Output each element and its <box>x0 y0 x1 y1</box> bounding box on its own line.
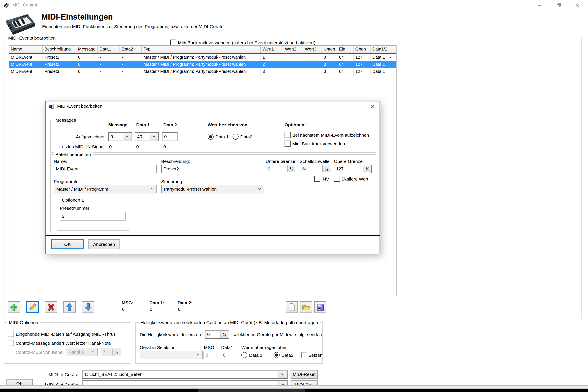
move-up-button[interactable] <box>63 301 76 313</box>
close-button[interactable] <box>569 0 586 11</box>
werte-data2-radio[interactable] <box>274 352 280 358</box>
column-header[interactable]: Oben <box>354 46 370 53</box>
werte-data1-radio[interactable] <box>241 352 247 358</box>
untere-grenze-spinner[interactable]: 0 <box>266 164 296 173</box>
data1-value: 0 <box>150 306 152 312</box>
control-message-checkbox[interactable] <box>8 340 14 346</box>
column-header[interactable]: Beschreibung <box>43 46 76 53</box>
midi-in-select[interactable]: 1: Licht_BEAT,2: Licht_Befehl <box>82 370 288 379</box>
brightness-data1-field[interactable]: 0 <box>221 351 235 359</box>
move-down-button[interactable] <box>82 301 94 313</box>
minimize-button[interactable] <box>531 0 548 11</box>
table-cell: 127 <box>354 68 370 75</box>
chevron-down-icon[interactable] <box>123 133 131 140</box>
obere-grenze-spinner[interactable]: 127 <box>334 164 372 173</box>
inv-checkbox[interactable] <box>314 176 320 182</box>
chevron-down-icon[interactable] <box>257 186 262 192</box>
skaliere-checkbox[interactable] <box>334 176 340 182</box>
column-header[interactable]: Wert2 <box>283 46 303 53</box>
presetnummer-field[interactable]: 2 <box>60 212 126 220</box>
schaltschwelle-spinner[interactable]: 64 <box>300 164 332 173</box>
chevron-down-icon[interactable] <box>278 371 287 378</box>
setzen-checkbox[interactable] <box>301 352 307 358</box>
midi-backtrack-checkbox[interactable] <box>170 40 176 46</box>
midi-thru-checkbox[interactable] <box>8 331 14 337</box>
msg-label: MSG: <box>122 300 134 306</box>
recorded-data1-select[interactable]: 40 <box>135 132 158 141</box>
chevron-down-icon[interactable] <box>150 133 158 140</box>
brightness-count-spinner[interactable]: 0 <box>205 330 229 339</box>
edit-event-button[interactable] <box>26 301 39 313</box>
presetnummer-label: Presetnummer: <box>60 206 91 211</box>
new-file-button[interactable] <box>286 301 298 313</box>
recorded-message-select[interactable]: 0 <box>108 132 132 141</box>
table-cell: 0 <box>76 61 98 68</box>
table-cell: Preset1 <box>43 54 76 60</box>
table-cell: 64 <box>338 68 354 75</box>
wert-data2-radio[interactable] <box>232 134 238 140</box>
brightness-suffix-label: selektierten Geräte per Midi wie folgt s… <box>232 332 323 338</box>
column-header[interactable]: Name <box>9 46 43 53</box>
delete-event-button[interactable] <box>45 301 57 313</box>
table-body[interactable]: MIDI-EventPreset10--Master / MIDI / Prog… <box>9 54 396 75</box>
col-data1-label: Data 1 <box>136 122 150 128</box>
col-message-label: Message <box>108 122 128 128</box>
chevron-down-icon[interactable] <box>150 186 155 192</box>
spinner-buttons[interactable] <box>287 166 295 172</box>
table-cell: 0 <box>322 54 338 60</box>
table-cell: Data 1 <box>370 61 388 68</box>
recorded-data2-field[interactable]: 0 <box>162 132 178 141</box>
table-cell <box>303 54 322 60</box>
befehl-group: Befehl bearbeiten Name: MIDI-Event Besch… <box>50 154 376 232</box>
add-event-button[interactable] <box>8 301 20 313</box>
column-header[interactable]: Wert3 <box>303 46 322 53</box>
column-header[interactable]: Data2 <box>120 46 142 53</box>
dialog-backtrack-checkbox[interactable] <box>284 140 290 146</box>
geraet-selektion-select[interactable] <box>140 351 203 359</box>
dialog-icon <box>48 103 54 110</box>
column-header[interactable]: Ein <box>338 46 354 53</box>
data1-label: Data 1: <box>149 300 164 306</box>
next-event-checkbox[interactable] <box>284 132 290 138</box>
table-cell <box>303 68 322 75</box>
column-header[interactable]: Wert1 <box>261 46 283 53</box>
midi-reset-button[interactable]: MIDI-Reset <box>290 370 318 379</box>
beschreibung-label: Beschreibung: <box>161 158 190 164</box>
titlebar[interactable]: MIDI-Control <box>0 0 588 11</box>
open-file-button[interactable] <box>300 301 312 313</box>
column-header[interactable]: Typ <box>142 46 261 53</box>
dialog-titlebar[interactable]: MIDI-Event bearbeiten <box>46 102 380 111</box>
restore-button[interactable] <box>550 0 567 11</box>
brightness-msg-field[interactable]: 0 <box>204 351 216 359</box>
dialog-cancel-button[interactable]: Abbrechen <box>88 240 120 249</box>
chevron-down-icon <box>90 349 96 355</box>
table-cell: - <box>120 68 142 75</box>
steuerung-select[interactable]: Partymodul-Preset wählen <box>161 185 264 194</box>
column-header[interactable]: Data1/2 <box>370 46 388 53</box>
spinner-buttons[interactable] <box>363 166 371 172</box>
schaltschwelle-label: Schaltschwelle: <box>300 158 331 164</box>
skaliere-label: Skaliere Wert <box>341 176 368 182</box>
spinner-buttons[interactable] <box>220 331 228 338</box>
beschreibung-field[interactable]: Preset2 <box>161 164 264 173</box>
arrow-up-icon <box>65 302 74 312</box>
chevron-down-icon[interactable] <box>196 352 201 358</box>
dialog-ok-button[interactable]: OK <box>51 240 84 249</box>
wert-data1-radio[interactable] <box>208 134 214 140</box>
column-header[interactable]: Message <box>76 46 98 53</box>
name-field[interactable]: MIDI-Event <box>54 164 157 173</box>
dialog-close-button[interactable] <box>368 103 377 110</box>
save-file-button[interactable] <box>314 301 326 313</box>
table-cell: 0 <box>322 68 338 75</box>
steuerung-label: Steuerung: <box>161 179 183 184</box>
col-optionen-label: Optionen: <box>284 122 306 128</box>
column-header[interactable]: Unten <box>322 46 338 53</box>
wert-data1-radio-label: Data 1 <box>215 134 229 140</box>
table-row[interactable]: MIDI-EventPreset30--Master / MIDI / Prog… <box>9 68 396 75</box>
column-header[interactable]: Data1 <box>98 46 120 53</box>
table-row[interactable]: MIDI-EventPreset10--Master / MIDI / Prog… <box>9 54 396 61</box>
spinner-buttons[interactable] <box>322 166 330 172</box>
column-header[interactable] <box>388 46 396 53</box>
programmteil-select[interactable]: Master / MIDI / Programm <box>54 185 157 194</box>
table-row[interactable]: MIDI-EventPreset20--Master / MIDI / Prog… <box>9 61 396 68</box>
